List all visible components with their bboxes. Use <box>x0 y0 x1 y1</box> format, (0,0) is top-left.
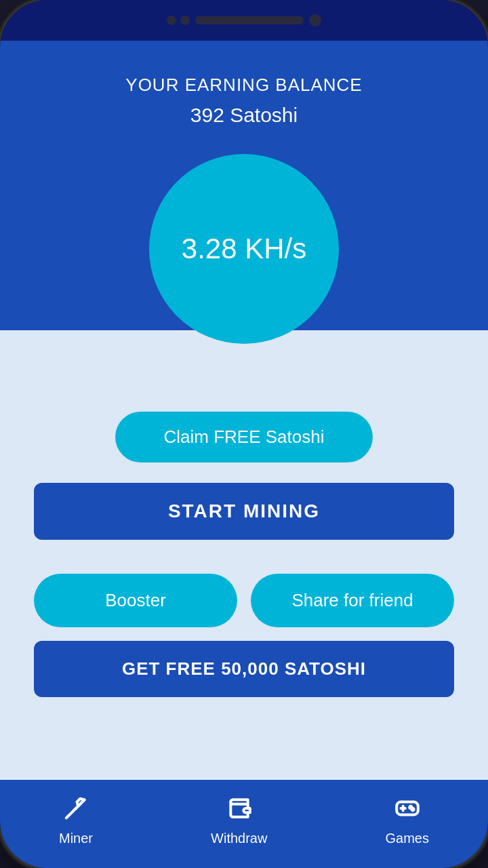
balance-amount: 392 Satoshi <box>190 104 298 127</box>
wallet-icon <box>226 795 252 825</box>
nav-label-miner: Miner <box>59 831 93 846</box>
speaker-grille <box>195 16 304 24</box>
status-bar <box>0 0 488 41</box>
earning-balance-label: YOUR EARNING BALANCE <box>125 75 362 96</box>
app-content: YOUR EARNING BALANCE 392 Satoshi 3.28 KH… <box>0 41 488 868</box>
bottom-section: Claim FREE Satoshi START MINING Booster … <box>0 330 488 780</box>
secondary-buttons-row: Booster Share for friend <box>34 574 454 627</box>
nav-label-withdraw: Withdraw <box>211 831 267 846</box>
nav-bar: Miner Withdraw <box>0 780 488 868</box>
svg-point-3 <box>411 808 413 810</box>
hash-rate-display: 3.28 KH/s <box>182 233 306 265</box>
mining-circle: 3.28 KH/s <box>149 154 339 344</box>
nav-item-withdraw[interactable]: Withdraw <box>211 795 267 846</box>
nav-item-games[interactable]: Games <box>385 795 428 846</box>
camera-dots <box>167 16 190 25</box>
front-camera <box>309 14 321 26</box>
share-for-friend-button[interactable]: Share for friend <box>251 574 454 627</box>
booster-button[interactable]: Booster <box>34 574 237 627</box>
camera-dot-right <box>180 16 190 25</box>
notch-area <box>167 14 321 26</box>
camera-dot-left <box>167 16 176 25</box>
pickaxe-icon <box>63 795 89 825</box>
gamepad-icon <box>394 795 420 825</box>
claim-free-satoshi-button[interactable]: Claim FREE Satoshi <box>115 412 373 462</box>
nav-item-miner[interactable]: Miner <box>59 795 93 846</box>
nav-label-games: Games <box>385 831 428 846</box>
top-section: YOUR EARNING BALANCE 392 Satoshi 3.28 KH… <box>0 41 488 330</box>
get-free-satoshi-button[interactable]: GET FREE 50,000 SATOSHI <box>34 641 454 697</box>
start-mining-button[interactable]: START MINING <box>34 483 454 540</box>
phone-frame: YOUR EARNING BALANCE 392 Satoshi 3.28 KH… <box>0 0 488 868</box>
